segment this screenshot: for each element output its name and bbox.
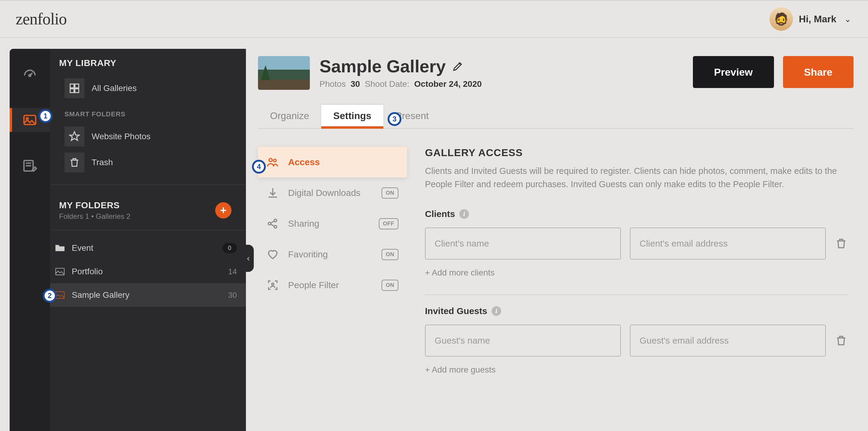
step-badge-4: 4: [252, 160, 266, 174]
grid-icon: [69, 83, 80, 94]
folder-sample-gallery[interactable]: Sample Gallery 30: [50, 283, 246, 307]
client-email-input[interactable]: [630, 227, 826, 259]
svg-rect-9: [56, 292, 64, 298]
preview-button[interactable]: Preview: [693, 56, 774, 88]
trash-icon: [69, 157, 80, 168]
folder-count: 14: [228, 267, 237, 276]
svg-rect-5: [75, 84, 79, 88]
folder-portfolio[interactable]: Portfolio 14: [50, 260, 246, 283]
image-icon: [54, 266, 66, 277]
add-guests-link[interactable]: + Add more guests: [425, 365, 847, 375]
page-edit-icon: [22, 158, 38, 174]
on-badge: ON: [381, 280, 398, 291]
face-scan-icon: [267, 279, 279, 291]
shoot-date: October 24, 2020: [414, 79, 482, 89]
trash-icon[interactable]: [835, 334, 847, 347]
share-icon: [267, 217, 279, 230]
nav-sharing[interactable]: Sharing OFF: [258, 208, 407, 239]
svg-point-10: [269, 158, 273, 162]
image-icon: [22, 112, 38, 128]
download-icon: [267, 187, 279, 199]
sidebar-trash[interactable]: Trash: [59, 150, 237, 176]
smart-folders-heading: SMART FOLDERS: [64, 110, 237, 118]
nav-downloads[interactable]: Digital Downloads ON: [258, 178, 407, 208]
logo[interactable]: zenfolio: [16, 10, 67, 28]
folder-icon: [54, 242, 66, 254]
svg-rect-6: [70, 89, 74, 93]
chevron-down-icon: ⌄: [844, 14, 851, 24]
on-badge: ON: [381, 249, 398, 260]
svg-rect-7: [75, 89, 79, 93]
off-badge: OFF: [379, 218, 399, 229]
library-heading: MY LIBRARY: [59, 58, 237, 68]
settings-nav: Access Digital Downloads ON Sharing OFF …: [258, 147, 407, 375]
svg-point-15: [272, 283, 274, 285]
user-greeting: Hi, Mark: [799, 13, 836, 25]
sidebar: MY LIBRARY All Galleries SMART FOLDERS W…: [50, 49, 246, 431]
client-name-input[interactable]: [425, 227, 621, 259]
guests-label: Invited Guests i: [425, 306, 847, 316]
add-clients-link[interactable]: + Add more clients: [425, 268, 847, 278]
tab-settings[interactable]: Settings: [321, 105, 383, 128]
photos-label: Photos: [319, 79, 346, 89]
sidebar-website-photos[interactable]: Website Photos: [59, 124, 237, 150]
nav-favoriting[interactable]: Favoriting ON: [258, 239, 407, 270]
add-folder-button[interactable]: +: [215, 202, 231, 218]
tabs: Organize Settings Present: [258, 105, 854, 129]
step-badge-3: 3: [388, 112, 401, 126]
guest-email-input[interactable]: [630, 325, 826, 357]
step-badge-1: 1: [38, 109, 53, 123]
photos-count: 30: [350, 79, 360, 89]
clients-label: Clients i: [425, 209, 847, 219]
people-icon: [267, 156, 279, 168]
nav-access[interactable]: Access: [258, 147, 407, 178]
sidebar-all-galleries[interactable]: All Galleries: [59, 75, 237, 101]
folder-count: 0: [222, 243, 237, 253]
user-menu[interactable]: 🧔 Hi, Mark ⌄: [770, 7, 851, 31]
guest-name-input[interactable]: [425, 325, 621, 357]
nav-rail: [10, 49, 50, 431]
info-icon[interactable]: i: [492, 306, 501, 316]
gallery-title: Sample Gallery: [319, 56, 683, 76]
access-heading: GALLERY ACCESS: [425, 147, 847, 158]
step-badge-2: 2: [43, 289, 57, 303]
star-icon: [69, 131, 80, 142]
access-description: Clients and Invited Guests will be requi…: [425, 164, 847, 191]
nav-people-filter[interactable]: People Filter ON: [258, 270, 407, 301]
shoot-label: Shoot Date:: [365, 79, 409, 89]
info-icon[interactable]: i: [459, 209, 469, 219]
share-button[interactable]: Share: [783, 56, 854, 88]
trash-icon[interactable]: [835, 237, 847, 250]
rail-website[interactable]: [10, 154, 50, 178]
svg-rect-4: [70, 84, 74, 88]
heart-icon: [267, 248, 279, 261]
rail-dashboard[interactable]: [10, 62, 50, 86]
topbar: zenfolio 🧔 Hi, Mark ⌄: [0, 0, 868, 38]
collapse-sidebar[interactable]: ‹: [243, 245, 254, 272]
tab-organize[interactable]: Organize: [258, 105, 321, 128]
gallery-thumbnail: [258, 56, 310, 90]
on-badge: ON: [381, 187, 398, 198]
gauge-icon: [22, 66, 38, 82]
folder-count: 30: [228, 290, 237, 300]
folders-meta: Folders 1 • Galleries 2: [59, 212, 130, 221]
svg-point-11: [274, 159, 276, 162]
pencil-icon[interactable]: [452, 60, 464, 72]
folder-event[interactable]: Event 0: [50, 236, 246, 260]
main-content: Sample Gallery Photos 30 Shoot Date: Oct…: [246, 49, 858, 431]
avatar: 🧔: [770, 7, 793, 31]
my-folders-heading: MY FOLDERS: [59, 200, 130, 210]
svg-rect-8: [56, 268, 64, 275]
